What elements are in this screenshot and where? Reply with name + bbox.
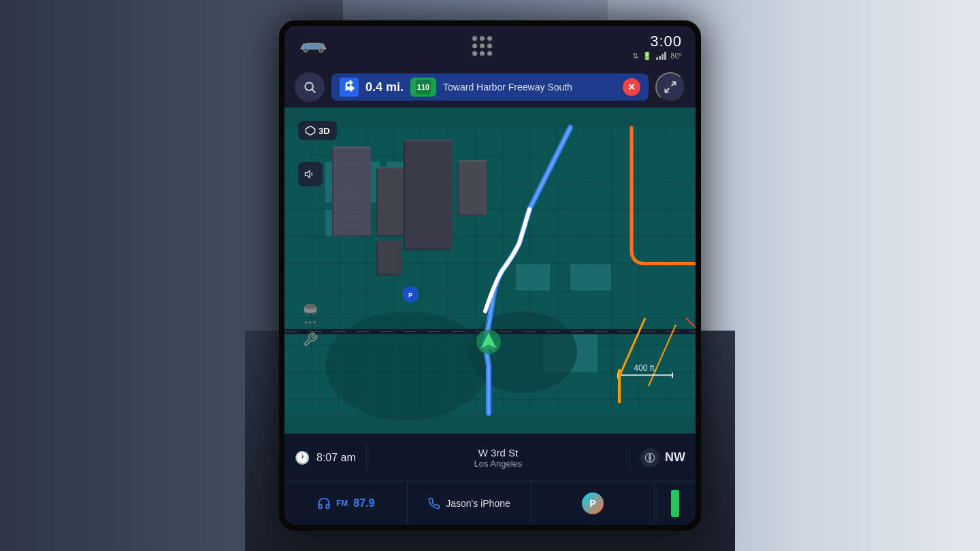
svg-rect-3 (314, 44, 321, 48)
data-transfer-icon: ⇅ (632, 52, 638, 61)
compass-icon (640, 448, 659, 467)
map-svg: P 400 ft. (284, 107, 696, 433)
grid-dot (472, 36, 477, 41)
svg-point-40 (325, 312, 489, 420)
search-button[interactable] (295, 72, 325, 102)
nav-destination: Toward Harbor Freeway South (443, 82, 616, 93)
sound-button[interactable] (298, 162, 323, 186)
compass-direction: NW (665, 450, 685, 465)
vehicle-view-button[interactable] (298, 297, 323, 321)
location-section: W 3rd St Los Angeles (367, 447, 630, 469)
svg-text:400 ft.: 400 ft. (634, 363, 656, 373)
time-section: 🕐 8:07 am (284, 434, 366, 481)
map-area[interactable]: P 400 ft. 3D (284, 107, 696, 433)
compass-section: NW (630, 448, 696, 467)
svg-marker-46 (376, 167, 408, 169)
radio-button[interactable]: FM 87.9 (284, 482, 408, 525)
grid-dot (472, 44, 477, 48)
battery-icon: 🔋 (642, 52, 652, 61)
grid-dot (480, 44, 485, 48)
screen-bezel: 3:00 ⇅ 🔋 80° (279, 20, 701, 531)
svg-rect-38 (570, 264, 611, 291)
pandora-icon: P (582, 492, 604, 514)
green-indicator (671, 490, 679, 517)
status-icons: ⇅ 🔋 80° (632, 52, 682, 61)
svg-marker-82 (306, 126, 314, 135)
turn-arrow-icon (340, 78, 359, 97)
svg-point-0 (304, 48, 308, 52)
grid-dot (480, 51, 485, 56)
app-bar: FM 87.9 Jason's iPhone P (284, 481, 696, 525)
svg-point-88 (312, 312, 315, 315)
grid-dot (472, 51, 477, 56)
city-name: Los Angeles (374, 458, 623, 469)
svg-marker-49 (404, 140, 453, 141)
radio-frequency: 87.9 (353, 497, 374, 510)
car-icon (298, 36, 332, 56)
svg-point-4 (305, 82, 313, 90)
signal-bar-1 (656, 57, 658, 60)
phone-button[interactable]: Jason's iPhone (408, 482, 531, 525)
close-nav-button[interactable]: ✕ (623, 78, 640, 96)
status-bar: 3:00 ⇅ 🔋 80° (284, 26, 696, 67)
street-name: W 3rd St (374, 447, 623, 458)
nav-distance: 0.4 mi. (365, 80, 404, 95)
nav-bar: 0.4 mi. 110 Toward Harbor Freeway South … (284, 67, 696, 107)
status-right: 3:00 ⇅ 🔋 80° (632, 33, 682, 61)
bottom-info-bar: 🕐 8:07 am W 3rd St Los Angeles NW (284, 433, 696, 481)
tools-button[interactable] (298, 327, 323, 352)
signal-bar-2 (659, 56, 661, 60)
signal-bar-3 (662, 54, 664, 60)
clock-icon: 🕐 (295, 450, 310, 465)
svg-rect-51 (459, 161, 487, 215)
svg-rect-37 (516, 264, 550, 291)
svg-point-87 (306, 312, 308, 315)
highway-number: 110 (416, 80, 431, 95)
grid-dot (487, 44, 492, 48)
svg-line-5 (312, 90, 316, 93)
pandora-button[interactable]: P (532, 482, 655, 525)
arrival-time: 8:07 am (316, 452, 356, 464)
svg-rect-54 (378, 241, 402, 275)
grid-dot (487, 36, 492, 41)
screen: 3:00 ⇅ 🔋 80° (284, 26, 696, 525)
signal-icon (656, 52, 666, 60)
radio-type: FM (336, 499, 348, 508)
clock: 3:00 (650, 33, 682, 50)
grid-dot (487, 51, 492, 56)
signal-bar-4 (664, 52, 666, 60)
nav-direction-panel: 0.4 mi. 110 Toward Harbor Freeway South … (331, 73, 649, 101)
svg-marker-52 (458, 161, 487, 162)
temperature: 80° (670, 52, 682, 60)
svg-marker-90 (649, 453, 651, 462)
svg-rect-86 (306, 304, 315, 309)
svg-text:P: P (408, 292, 412, 299)
svg-point-1 (319, 48, 323, 52)
svg-rect-48 (405, 140, 453, 249)
app-grid-button[interactable] (472, 36, 493, 56)
grid-dot (480, 36, 485, 41)
svg-rect-81 (618, 369, 621, 403)
svg-rect-2 (304, 44, 312, 48)
3d-label: 3D (318, 126, 330, 136)
highway-badge: 110 (410, 78, 436, 97)
svg-marker-83 (306, 171, 310, 178)
svg-marker-43 (332, 147, 371, 148)
3d-toggle-button[interactable]: 3D (298, 121, 337, 140)
phone-name: Jason's iPhone (446, 498, 510, 509)
expand-button[interactable] (655, 72, 685, 102)
indicator-button[interactable] (655, 482, 696, 525)
